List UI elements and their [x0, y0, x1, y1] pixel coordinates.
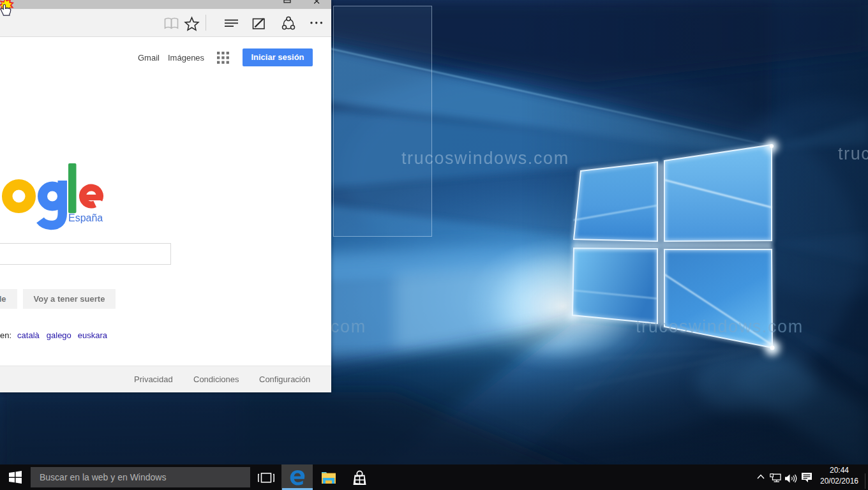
svg-text:trucoswindows.com: trucoswindows.com — [838, 144, 868, 163]
svg-text:trucoswindows.com: trucoswindows.com — [636, 317, 804, 336]
